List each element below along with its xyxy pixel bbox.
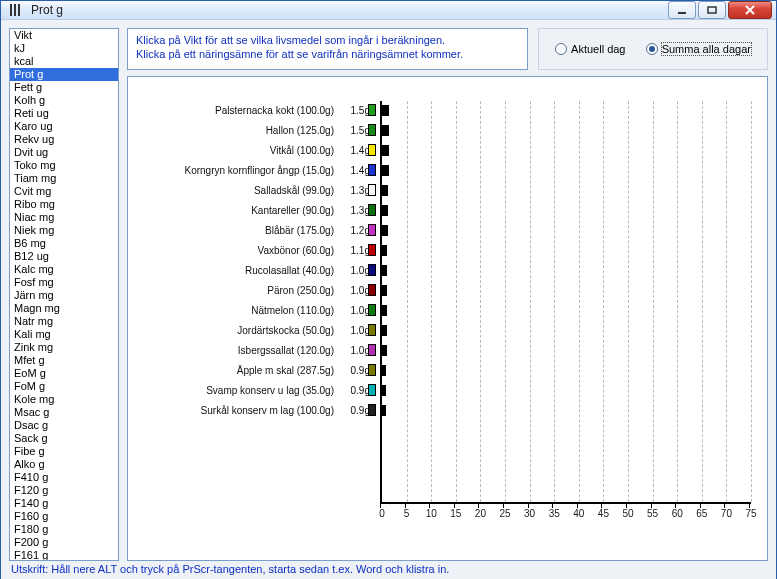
list-item[interactable]: Ribo mg [10,198,118,211]
x-tick-label: 40 [573,508,584,519]
list-item[interactable]: FoM g [10,380,118,393]
bar-label: Svamp konserv u lag (35.0g) [140,385,334,396]
list-item[interactable]: EoM g [10,367,118,380]
bar-row: Surkål konserv m lag (100.0g)0.9g [140,401,751,419]
list-item[interactable]: Fibe g [10,445,118,458]
list-item[interactable]: Niac mg [10,211,118,224]
minimize-button[interactable] [668,1,696,19]
list-item[interactable]: Reti ug [10,107,118,120]
nutrient-listbox[interactable]: ViktkJkcalProt gFett gKolh gReti ugKaro … [9,28,119,561]
x-tick-label: 20 [475,508,486,519]
bar-row: Kantareller (90.0g)1.3g [140,201,751,219]
bar [382,185,388,196]
x-tick-label: 50 [622,508,633,519]
bar-label: Jordärtskocka (50.0g) [140,325,334,336]
x-tick-label: 30 [524,508,535,519]
list-item[interactable]: Prot g [10,68,118,81]
bar-row: Palsternacka kokt (100.0g)1.5g [140,101,751,119]
instructions-line1: Klicka på Vikt för att se vilka livsmede… [136,33,519,47]
bar [382,165,389,176]
list-item[interactable]: F120 g [10,484,118,497]
legend-swatch-icon [368,404,376,416]
bar-row: Rucolasallat (40.0g)1.0g [140,261,751,279]
list-item[interactable]: B12 ug [10,250,118,263]
bar-label: Salladskål (99.0g) [140,185,334,196]
list-item[interactable]: Kolh g [10,94,118,107]
list-item[interactable]: F161 g [10,549,118,560]
bar [382,365,386,376]
radio-aktuell-dag[interactable]: Aktuell dag [555,43,625,55]
svg-rect-1 [14,4,16,16]
list-item[interactable]: Dvit ug [10,146,118,159]
x-tick-label: 75 [745,508,756,519]
svg-rect-3 [678,12,686,14]
footer-hint: Utskrift: Håll nere ALT och tryck på PrS… [9,561,768,577]
list-item[interactable]: Fett g [10,81,118,94]
x-tick-label: 0 [379,508,385,519]
legend-swatch-icon [368,224,376,236]
radio-label: Aktuell dag [571,43,625,55]
legend-swatch-icon [368,324,376,336]
list-item[interactable]: Kalc mg [10,263,118,276]
bar [382,225,388,236]
close-button[interactable] [728,1,772,19]
list-item[interactable]: Kole mg [10,393,118,406]
list-item[interactable]: Magn mg [10,302,118,315]
legend-swatch-icon [368,244,376,256]
list-item[interactable]: Mfet g [10,354,118,367]
bar [382,325,387,336]
bar [382,125,389,136]
list-item[interactable]: Fosf mg [10,276,118,289]
list-item[interactable]: Natr mg [10,315,118,328]
app-window: Prot g ViktkJkcalProt gFett gKolh gReti … [0,0,777,579]
x-tick-label: 10 [426,508,437,519]
list-item[interactable]: Sack g [10,432,118,445]
bar-label: Hallon (125.0g) [140,125,334,136]
x-tick-label: 60 [672,508,683,519]
bar [382,285,387,296]
client-area: ViktkJkcalProt gFett gKolh gReti ugKaro … [1,20,776,579]
chart-panel: 051015202530354045505560657075 Palsterna… [127,76,768,561]
list-item[interactable]: Karo ug [10,120,118,133]
x-tick-label: 25 [499,508,510,519]
list-item[interactable]: Cvit mg [10,185,118,198]
list-item[interactable]: Tiam mg [10,172,118,185]
list-item[interactable]: F140 g [10,497,118,510]
instructions-line2: Klicka på ett näringsämne för att se var… [136,47,519,61]
list-item[interactable]: Msac g [10,406,118,419]
legend-swatch-icon [368,284,376,296]
list-item[interactable]: F200 g [10,536,118,549]
x-tick-label: 5 [404,508,410,519]
list-item[interactable]: F160 g [10,510,118,523]
list-item[interactable]: F180 g [10,523,118,536]
list-item[interactable]: Vikt [10,29,118,42]
bar-row: Jordärtskocka (50.0g)1.0g [140,321,751,339]
radio-dot-icon [555,43,567,55]
titlebar: Prot g [1,1,776,20]
nutrient-list-panel: ViktkJkcalProt gFett gKolh gReti ugKaro … [9,28,119,561]
radio-summa-alla-dagar[interactable]: Summa alla dagar [646,43,751,55]
list-item[interactable]: Dsac g [10,419,118,432]
list-item[interactable]: Kali mg [10,328,118,341]
svg-rect-4 [708,7,716,13]
list-item[interactable]: Rekv ug [10,133,118,146]
list-item[interactable]: kJ [10,42,118,55]
list-item[interactable]: Alko g [10,458,118,471]
bar [382,105,389,116]
list-item[interactable]: Toko mg [10,159,118,172]
list-item[interactable]: kcal [10,55,118,68]
legend-swatch-icon [368,124,376,136]
window-title: Prot g [31,3,668,17]
instructions-box: Klicka på Vikt för att se vilka livsmede… [127,28,528,70]
list-item[interactable]: Zink mg [10,341,118,354]
list-item[interactable]: Järn mg [10,289,118,302]
maximize-button[interactable] [698,1,726,19]
bar [382,245,387,256]
list-item[interactable]: Niek mg [10,224,118,237]
chart-bars: Palsternacka kokt (100.0g)1.5gHallon (12… [140,101,751,502]
legend-swatch-icon [368,144,376,156]
list-item[interactable]: B6 mg [10,237,118,250]
legend-swatch-icon [368,104,376,116]
bar-label: Äpple m skal (287.5g) [140,365,334,376]
list-item[interactable]: F410 g [10,471,118,484]
